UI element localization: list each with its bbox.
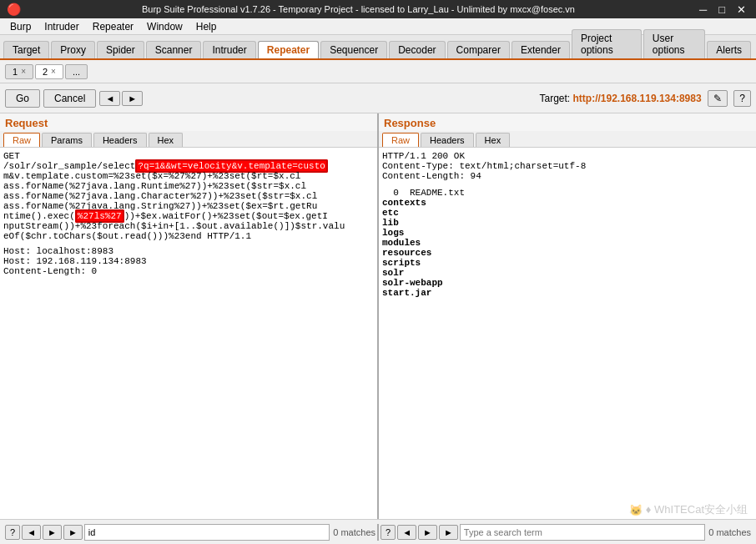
tab-comparer[interactable]: Comparer (447, 41, 510, 58)
sub-tab-more[interactable]: ... (65, 64, 88, 79)
request-panel: Request Raw Params Headers Hex GET /solr… (0, 113, 379, 519)
bottom-left-help[interactable]: ? (5, 525, 20, 540)
cancel-button[interactable]: Cancel (43, 89, 96, 108)
sub-tab-1-label: 1 (13, 67, 18, 77)
close-button[interactable]: ✕ (733, 3, 749, 16)
back-button[interactable]: ◄ (99, 91, 120, 106)
tab-repeater[interactable]: Repeater (258, 41, 319, 58)
response-tab-hex[interactable]: Hex (476, 133, 511, 147)
request-url: /solr/solr_sample/select?q=1&&wt=velocit… (3, 161, 374, 241)
response-tab-raw[interactable]: Raw (382, 133, 419, 147)
tab-intruder[interactable]: Intruder (203, 41, 255, 58)
sub-tab-1-close[interactable]: × (21, 67, 26, 76)
menu-intruder[interactable]: Intruder (38, 21, 85, 33)
bottom-left-search[interactable] (84, 524, 330, 541)
bottom-right-next[interactable]: ► (439, 525, 458, 540)
response-title: Response (379, 113, 756, 131)
request-tab-raw[interactable]: Raw (3, 133, 40, 147)
response-body: 0 README.txt contexts etc lib logs modul… (382, 188, 753, 298)
response-item-contexts: contexts (382, 198, 753, 208)
bottom-left-next[interactable]: ► (63, 525, 83, 540)
target-info: Target: http://192.168.119.134:8983 ✎ ? (539, 90, 751, 107)
sub-tab-more-label: ... (73, 67, 80, 77)
request-tab-bar: Raw Params Headers Hex (0, 131, 377, 148)
bottom-left-matches: 0 matches (333, 527, 375, 537)
tab-target[interactable]: Target (3, 41, 49, 58)
tab-proxy[interactable]: Proxy (51, 41, 95, 58)
target-url: http://192.168.119.134:8983 (573, 93, 702, 104)
edit-target-button[interactable]: ✎ (708, 90, 728, 107)
response-status: HTTP/1.1 200 OK (382, 151, 753, 161)
response-item-scripts: scripts (382, 258, 753, 268)
go-button[interactable]: Go (5, 89, 40, 108)
bottom-right-matches: 0 matches (708, 527, 751, 537)
tab-decoder[interactable]: Decoder (389, 41, 445, 58)
sub-tab-1[interactable]: 1 × (5, 64, 33, 79)
response-content: HTTP/1.1 200 OK Content-Type: text/html;… (379, 148, 756, 519)
request-tab-params[interactable]: Params (42, 133, 92, 147)
tab-scanner[interactable]: Scanner (146, 41, 202, 58)
response-item-logs: logs (382, 228, 753, 238)
request-tab-hex[interactable]: Hex (149, 133, 184, 147)
content-area: Request Raw Params Headers Hex GET /solr… (0, 113, 756, 519)
help-button[interactable]: ? (733, 90, 751, 107)
response-tab-bar: Raw Headers Hex (379, 131, 756, 148)
response-item-modules: modules (382, 238, 753, 248)
menu-window[interactable]: Window (140, 21, 189, 33)
tab-spider[interactable]: Spider (97, 41, 144, 58)
window-controls: ─ □ ✕ (696, 3, 749, 16)
response-content-length: Content-Length: 94 (382, 171, 753, 181)
request-tab-headers[interactable]: Headers (93, 133, 147, 147)
bottom-left-forward[interactable]: ► (43, 525, 62, 540)
response-item-etc: etc (382, 208, 753, 218)
response-item-solr-webapp: solr-webapp (382, 278, 753, 288)
sub-tab-bar: 1 × 2 × ... (0, 60, 756, 83)
response-count: 0 README.txt (382, 188, 753, 198)
response-item-start: start.jar (382, 288, 753, 298)
sub-tab-2-label: 2 (43, 67, 48, 77)
menu-repeater[interactable]: Repeater (86, 21, 140, 33)
tab-alerts[interactable]: Alerts (707, 41, 751, 58)
request-title: Request (0, 113, 377, 131)
tab-extender[interactable]: Extender (512, 41, 570, 58)
main-tab-bar: Target Proxy Spider Scanner Intruder Rep… (0, 35, 756, 60)
bottom-right-forward[interactable]: ► (418, 525, 437, 540)
request-header-contentlen: Content-Length: 0 (3, 266, 374, 276)
tab-sequencer[interactable]: Sequencer (320, 41, 387, 58)
sub-tab-2[interactable]: 2 × (35, 64, 63, 79)
title-text: Burp Suite Professional v1.7.26 - Tempor… (21, 4, 696, 14)
maximize-button[interactable]: □ (715, 3, 728, 16)
bottom-right-help[interactable]: ? (381, 525, 396, 540)
request-header-host2: Host: 192.168.119.134:8983 (3, 256, 374, 266)
menu-help[interactable]: Help (189, 21, 224, 33)
bottom-right-back[interactable]: ◄ (397, 525, 416, 540)
sub-tab-2-close[interactable]: × (51, 67, 56, 76)
app-icon: 🔴 (7, 3, 21, 16)
exec-highlight: %27ls%27 (75, 209, 124, 223)
response-panel: Response Raw Headers Hex HTTP/1.1 200 OK… (379, 113, 756, 519)
response-item-resources: resources (382, 248, 753, 258)
toolbar: Go Cancel ◄ ► Target: http://192.168.119… (0, 83, 756, 113)
request-url-highlight: ?q=1&&wt=velocity&v.template=custo (135, 159, 327, 173)
bottom-left: ? ◄ ► ► 0 matches (3, 524, 379, 541)
tab-project-options[interactable]: Project options (572, 29, 642, 58)
forward-button[interactable]: ► (122, 91, 143, 106)
bottom-right-search[interactable] (460, 524, 705, 541)
response-tab-headers[interactable]: Headers (421, 133, 474, 147)
response-content-type: Content-Type: text/html;charset=utf-8 (382, 161, 753, 171)
bottom-left-back[interactable]: ◄ (22, 525, 41, 540)
request-header-host1: Host: localhost:8983 (3, 246, 374, 256)
minimize-button[interactable]: ─ (696, 3, 710, 16)
title-bar: 🔴 Burp Suite Professional v1.7.26 - Temp… (0, 0, 756, 18)
menu-burp[interactable]: Burp (3, 21, 38, 33)
bottom-right: ? ◄ ► ► 0 matches (379, 524, 753, 541)
request-content: GET /solr/solr_sample/select?q=1&&wt=vel… (0, 148, 377, 519)
tab-user-options[interactable]: User options (643, 29, 706, 58)
bottom-bar: ? ◄ ► ► 0 matches ? ◄ ► ► 0 matches (0, 519, 756, 544)
target-prefix: Target: (539, 93, 572, 104)
response-item-solr: solr (382, 268, 753, 278)
response-item-lib: lib (382, 218, 753, 228)
